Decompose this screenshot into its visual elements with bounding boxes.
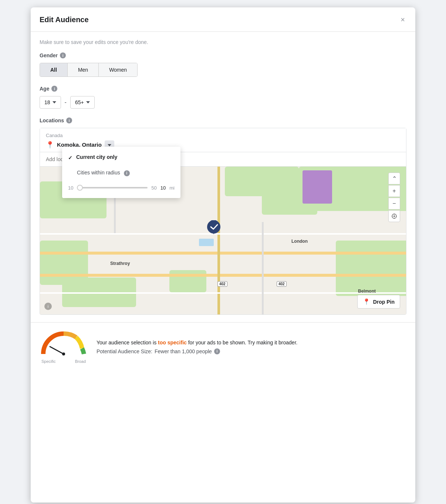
road-highway-1 bbox=[40, 252, 406, 255]
drop-pin-label: Drop Pin bbox=[373, 299, 395, 305]
gender-button-group: All Men Women bbox=[40, 63, 138, 77]
location-pin-icon: 📍 bbox=[46, 141, 54, 149]
radius-min-label: 10 bbox=[68, 185, 73, 191]
location-header: Canada 📍 Komoka, Ontario ✓ Current city … bbox=[40, 128, 406, 152]
locations-section: Locations i Canada 📍 Komoka, Ontario bbox=[40, 118, 406, 315]
footer-potential-size: Potential Audience Size: Fewer than 1,00… bbox=[97, 348, 406, 354]
footer-after-text: for your ads to be shown. Try making it … bbox=[188, 340, 298, 345]
map-zoom-out-button[interactable]: − bbox=[388, 198, 400, 210]
green-patch-8 bbox=[336, 241, 406, 296]
gauge-broad-label: Broad bbox=[75, 359, 86, 364]
age-min-select[interactable]: 18 bbox=[40, 96, 61, 109]
gauge-svg bbox=[40, 330, 88, 358]
age-selects: 18 - 65+ bbox=[40, 96, 406, 109]
radius-unit-label: mi bbox=[169, 185, 175, 191]
footer-before-text: Your audience selection is bbox=[97, 340, 158, 345]
radius-option-text: Cities within radius bbox=[77, 170, 120, 176]
green-patch-7 bbox=[169, 270, 206, 292]
age-min-chevron-icon bbox=[53, 101, 56, 103]
map-pin-marker bbox=[206, 220, 221, 240]
radius-slider[interactable] bbox=[77, 187, 148, 188]
gender-women-button[interactable]: Women bbox=[99, 63, 137, 76]
location-type-dropdown: ✓ Current city only Cities within radius… bbox=[62, 147, 180, 198]
locations-info-icon[interactable]: i bbox=[66, 118, 72, 123]
svg-line-7 bbox=[50, 347, 64, 354]
save-notice: Make sure to save your edits once you're… bbox=[40, 39, 406, 45]
gauge-labels: Specific Broad bbox=[41, 359, 86, 364]
map-pin-svg bbox=[206, 220, 221, 239]
radius-info-icon[interactable]: i bbox=[124, 170, 130, 176]
age-info-icon[interactable]: i bbox=[51, 86, 57, 92]
locations-label: Locations bbox=[40, 118, 64, 123]
location-dropdown-chevron-icon bbox=[108, 144, 111, 146]
radius-row: 10 50 10 mi bbox=[62, 181, 180, 195]
locations-section-label: Locations i bbox=[40, 118, 406, 123]
map-zoom-in-button[interactable]: + bbox=[388, 185, 400, 197]
gender-men-button[interactable]: Men bbox=[68, 63, 99, 76]
gender-section-label: Gender i bbox=[40, 52, 406, 58]
age-label: Age bbox=[40, 86, 49, 92]
purple-landmark bbox=[303, 170, 332, 204]
potential-size-value: Fewer than 1,000 people bbox=[155, 348, 212, 354]
svg-point-8 bbox=[62, 353, 65, 355]
gender-info-icon[interactable]: i bbox=[60, 52, 66, 58]
road-white-1 bbox=[40, 233, 406, 235]
age-max-chevron-icon bbox=[86, 101, 90, 103]
gender-all-button[interactable]: All bbox=[40, 63, 68, 76]
potential-size-info-icon[interactable]: i bbox=[214, 348, 220, 354]
map-expand-button[interactable]: ⌃ bbox=[388, 173, 400, 184]
modal-header: Edit Audience × bbox=[31, 7, 415, 32]
age-section-label: Age i bbox=[40, 86, 406, 92]
radius-value-label: 10 bbox=[161, 185, 166, 191]
gender-label: Gender bbox=[40, 52, 58, 58]
cities-within-radius-option[interactable]: Cities within radius i bbox=[62, 165, 180, 181]
age-section: Age i 18 - 65+ bbox=[40, 86, 406, 109]
modal-body: Make sure to save your edits once you're… bbox=[31, 32, 415, 322]
map-controls: ⌃ + − bbox=[388, 173, 400, 222]
svg-point-2 bbox=[394, 216, 395, 217]
highway-402-label-2: 402 bbox=[277, 281, 287, 287]
age-max-select[interactable]: 65+ bbox=[70, 96, 95, 109]
road-small-v2 bbox=[262, 222, 264, 314]
drop-pin-icon: 📍 bbox=[363, 298, 370, 305]
modal-footer: Specific Broad Your audience selection i… bbox=[31, 322, 415, 371]
radius-max-label: 50 bbox=[151, 185, 156, 191]
belmont-city-label: Belmont bbox=[358, 289, 376, 294]
locate-icon bbox=[391, 213, 397, 219]
map-info-button[interactable]: i bbox=[44, 303, 52, 310]
edit-audience-modal: Edit Audience × Make sure to save your e… bbox=[31, 7, 415, 503]
age-min-value: 18 bbox=[44, 99, 50, 105]
road-highway-2 bbox=[40, 274, 406, 277]
current-city-option-label: Current city only bbox=[76, 154, 117, 160]
close-button[interactable]: × bbox=[399, 14, 406, 25]
footer-main-message: Your audience selection is too specific … bbox=[97, 340, 406, 345]
radius-option-label: Cities within radius i bbox=[77, 170, 130, 176]
potential-size-label: Potential Audience Size: bbox=[97, 348, 152, 354]
modal-title: Edit Audience bbox=[40, 16, 89, 24]
audience-gauge: Specific Broad bbox=[40, 330, 88, 364]
gauge-specific-label: Specific bbox=[41, 359, 56, 364]
london-city-label: London bbox=[291, 239, 308, 244]
check-mark-icon: ✓ bbox=[68, 155, 72, 161]
drop-pin-button[interactable]: 📍 Drop Pin bbox=[357, 295, 400, 309]
location-box: Canada 📍 Komoka, Ontario ✓ Current city … bbox=[40, 128, 406, 315]
strathroy-city-label: Strathroy bbox=[110, 261, 130, 266]
too-specific-badge: too specific bbox=[158, 340, 187, 345]
country-label: Canada bbox=[46, 133, 400, 138]
road-white-2 bbox=[40, 292, 406, 294]
current-city-only-option[interactable]: ✓ Current city only bbox=[62, 150, 180, 165]
highway-402-label-1: 402 bbox=[217, 281, 227, 287]
age-max-value: 65+ bbox=[75, 99, 84, 105]
footer-text: Your audience selection is too specific … bbox=[97, 340, 406, 354]
map-locate-button[interactable] bbox=[388, 210, 400, 222]
age-separator: - bbox=[65, 99, 67, 106]
